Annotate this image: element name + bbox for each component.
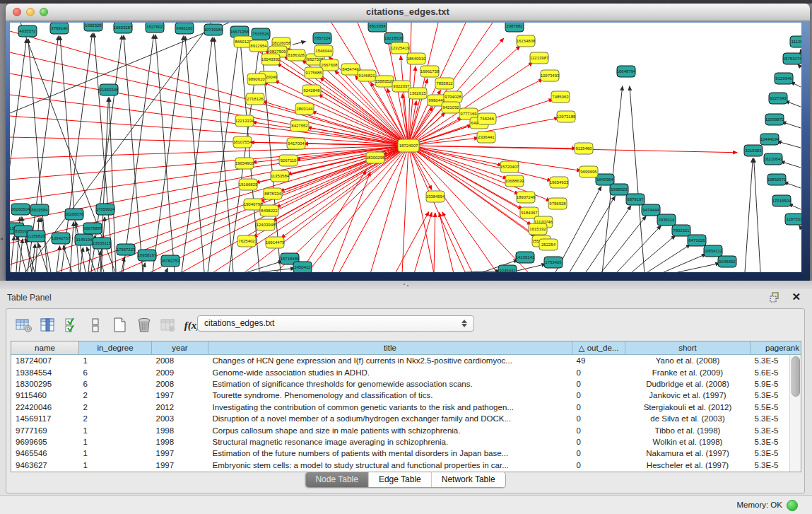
graph-node[interactable]: 2935114 (657, 214, 676, 226)
column-header-in-degree[interactable]: in_degree (79, 341, 152, 355)
graph-node[interactable]: 12325419 (391, 42, 410, 54)
graph-node[interactable]: 15883520 (375, 76, 394, 87)
graph-node[interactable]: 11353584 (271, 170, 290, 182)
graph-node[interactable]: 15892971 (767, 174, 787, 185)
graph-node[interactable]: 9245041 (498, 265, 517, 272)
row-selection-icon[interactable] (61, 316, 83, 334)
graph-node[interactable]: 16958167 (138, 250, 157, 261)
merge-rows-icon[interactable] (86, 316, 107, 334)
graph-node[interactable]: 10653287 (114, 23, 133, 33)
graph-node[interactable]: 15720407 (500, 161, 519, 173)
graph-node[interactable]: 16154808 (517, 35, 536, 47)
graph-node[interactable]: 9699695 (579, 166, 598, 177)
graph-node[interactable]: 10719184 (204, 24, 223, 35)
graph-node[interactable]: 16961758 (420, 66, 440, 77)
graph-node[interactable]: 8454749 (341, 64, 360, 75)
graph-node[interactable]: 18300295 (366, 152, 385, 163)
tab-node-table[interactable]: Node Table (305, 472, 369, 487)
graph-node[interactable]: 16648794 (617, 66, 636, 77)
memory-status-indicator[interactable] (787, 500, 798, 511)
scrollbar-thumb[interactable] (792, 356, 800, 397)
graph-node[interactable]: 9756928 (548, 198, 567, 209)
graph-node[interactable]: 16914479 (266, 237, 285, 248)
graph-node[interactable]: 1145194 (75, 234, 93, 245)
graph-node[interactable]: 8498222 (260, 205, 278, 216)
table-row[interactable]: 946554611997Estimation of the future num… (11, 448, 801, 459)
graph-node[interactable]: 252254 (539, 239, 558, 250)
new-table-icon[interactable] (110, 316, 131, 334)
graph-node[interactable]: 19654903 (235, 158, 254, 169)
column-header-year[interactable]: year (152, 341, 208, 355)
graph-node[interactable]: 8813054 (368, 23, 387, 32)
graph-node[interactable]: 1187533 (785, 214, 801, 225)
column-header-name[interactable]: name (11, 341, 79, 355)
graph-node[interactable]: 3215953 (744, 145, 763, 156)
table-vertical-scrollbar[interactable] (789, 355, 801, 472)
graph-node[interactable]: 18907249 (517, 192, 536, 203)
graph-node[interactable]: 746266 (478, 113, 496, 124)
graph-node[interactable]: 9227343 (769, 93, 787, 104)
graph-node[interactable]: 9794028 (444, 91, 462, 103)
graph-node[interactable]: 13505115 (93, 238, 112, 249)
graph-node[interactable]: 9245652 (718, 256, 736, 267)
graph-node[interactable]: 7857224 (313, 33, 331, 44)
graph-node[interactable]: 16210643 (764, 153, 783, 165)
graph-node[interactable]: 10688639 (505, 175, 524, 187)
graph-node[interactable]: 12213334 (235, 115, 254, 127)
graph-node[interactable]: 2803144 (295, 103, 314, 115)
graph-node[interactable]: 6879197 (626, 194, 645, 205)
table-settings-icon[interactable] (13, 316, 35, 334)
column-header-out-de-[interactable]: △ out_de... (572, 341, 625, 355)
tab-edge-table[interactable]: Edge Table (369, 472, 432, 487)
graph-node[interactable]: 93975887 (83, 223, 102, 234)
graph-node[interactable]: 13942757 (52, 233, 71, 244)
graph-node[interactable]: 1733426 (544, 257, 563, 268)
graph-node[interactable]: 3769140 (50, 23, 69, 34)
graph-node[interactable]: 16782753 (161, 255, 180, 267)
graph-node[interactable]: 9474444 (642, 204, 660, 216)
graph-node[interactable]: 19166829 (239, 179, 258, 190)
float-panel-icon[interactable] (770, 292, 781, 303)
graph-node[interactable]: 17016504 (772, 195, 792, 206)
graph-node[interactable]: 7625402 (237, 235, 256, 247)
graph-node[interactable]: 1615192 (529, 223, 547, 235)
graph-node[interactable]: 26160504 (11, 204, 30, 215)
graph-node[interactable]: 17359924 (96, 204, 115, 215)
table-row[interactable]: 2242004622012Investigating the contribut… (11, 402, 801, 413)
graph-node[interactable]: 9129946 (775, 73, 793, 84)
column-header-title[interactable]: title (208, 341, 572, 355)
graph-node[interactable]: 16543392 (261, 54, 281, 65)
graph-node[interactable]: 19384554 (426, 191, 445, 202)
graph-node[interactable]: 9242848 (302, 85, 321, 96)
table-row[interactable]: 911546021997Tourette syndrome. Phenomeno… (11, 390, 801, 401)
graph-node[interactable]: 7515526 (252, 28, 270, 40)
graph-node[interactable]: 9322037 (392, 81, 411, 92)
table-row[interactable]: 1456911722003Disruption of a novel membe… (11, 413, 801, 424)
graph-node[interactable]: 1112804 (790, 36, 801, 47)
graph-node[interactable]: 18724007 (398, 139, 419, 152)
graph-node[interactable]: 8912954 (249, 40, 268, 52)
graph-node[interactable]: 12213987 (530, 52, 549, 64)
graph-node[interactable]: 9421032 (442, 102, 460, 113)
graph-node[interactable]: 9115460 (575, 143, 593, 154)
graph-node[interactable]: 8919584 (30, 204, 49, 216)
tab-network-table[interactable]: Network Table (432, 472, 505, 487)
table-row[interactable]: 1830029562008Estimation of significance … (11, 378, 801, 390)
network-table-dropdown[interactable]: citations_edges.txt (197, 315, 474, 332)
splitter-grip-icon[interactable] (403, 283, 410, 287)
table-row[interactable]: 946362711997Embryonic stem cells: a mode… (11, 460, 801, 471)
graph-node[interactable]: 9417004 (287, 138, 305, 149)
graph-node[interactable]: 1640954 (596, 174, 614, 185)
table-row[interactable]: 977716911998Corpus callosum shape and si… (11, 424, 801, 436)
graph-node[interactable]: 14136141 (516, 252, 535, 263)
graph-node[interactable]: 7832621 (672, 225, 690, 236)
graph-node[interactable]: 8471626 (688, 235, 706, 246)
graph-node[interactable]: 2087682 (505, 23, 524, 32)
delete-table-icon[interactable] (134, 316, 155, 334)
horizontal-splitter[interactable] (0, 281, 812, 289)
graph-node[interactable]: 18640910 (407, 53, 426, 64)
graph-node[interactable]: 8878334 (264, 188, 282, 199)
table-row[interactable]: 969969511998Structural magnetic resonanc… (11, 436, 801, 448)
table-row[interactable]: 1872400712008Changes of HCN gene express… (11, 355, 801, 367)
graph-node[interactable]: 8186328 (287, 49, 305, 61)
